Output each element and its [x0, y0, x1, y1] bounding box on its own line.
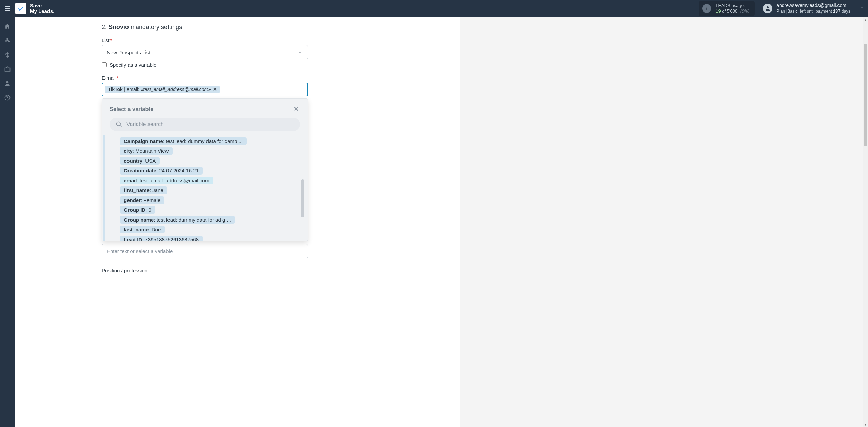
variable-item[interactable]: first_name: Jane — [120, 186, 297, 194]
nav-briefcase-icon[interactable] — [0, 63, 15, 75]
account-caret-icon[interactable] — [859, 5, 865, 12]
content-wrap: 2. Snovio mandatory settings List* New P… — [15, 17, 868, 427]
step-name: Snovio — [108, 24, 129, 30]
variable-chip-key: Group name — [124, 217, 154, 223]
variable-chip-value: : 7395188752613687568 — [142, 237, 199, 241]
variable-item[interactable]: email: test_email_address@mail.com — [120, 177, 297, 184]
email-token-input[interactable]: TikTok | email: «test_email_address@mail… — [102, 83, 308, 96]
variable-chip-key: last_name — [124, 227, 149, 232]
check-icon — [17, 5, 24, 12]
content-panel: 2. Snovio mandatory settings List* New P… — [15, 17, 460, 427]
menu-toggle-button[interactable] — [3, 5, 12, 12]
brand-line2: My Leads. — [30, 8, 55, 14]
leads-usage-label: LEADS usage: — [716, 3, 749, 8]
step-rest: mandatory settings — [129, 24, 182, 30]
close-icon[interactable]: ✕ — [292, 104, 300, 114]
variable-scrollbar[interactable] — [301, 135, 305, 241]
token-remove-icon[interactable]: ✕ — [213, 87, 217, 92]
list-selected-value: New Prospects List — [107, 49, 150, 55]
variable-chip-value: : Doe — [149, 227, 161, 232]
nav-help-icon[interactable] — [0, 92, 15, 104]
variable-chip-key: gender — [124, 197, 141, 203]
token-value: «test_email_address@mail.com» — [141, 87, 211, 92]
variable-chip[interactable]: last_name: Doe — [120, 226, 165, 233]
variable-chip[interactable]: Group ID: 0 — [120, 206, 155, 214]
variable-chip-value: : 0 — [145, 207, 151, 213]
topbar: Save My Leads. i LEADS usage: 19 of 5'00… — [0, 0, 868, 17]
variable-chip-key: country — [124, 158, 142, 164]
variable-list-wrap: Campaign name: test lead: dummy data for… — [102, 135, 308, 241]
browser-scrollbar[interactable]: ▴ ▾ — [863, 17, 868, 427]
scroll-down-icon[interactable]: ▾ — [863, 422, 868, 427]
variable-list[interactable]: Campaign name: test lead: dummy data for… — [103, 135, 297, 241]
leads-usage-row: 19 of 5'000 (0%) — [716, 8, 749, 14]
token-sep: | — [124, 87, 125, 92]
app-logo — [15, 3, 26, 14]
variable-item[interactable]: country: USA — [120, 157, 297, 165]
account-days-num: 137 — [833, 9, 840, 14]
variable-chip[interactable]: city: Mountain View — [120, 147, 173, 155]
variable-chip[interactable]: Group name: test lead: dummy data for ad… — [120, 216, 235, 224]
account-email: andrewsavemyleads@gmail.com — [776, 3, 850, 9]
variable-item[interactable]: gender: Female — [120, 196, 297, 204]
variable-dropdown: Select a variable ✕ Campaign name: test … — [102, 98, 308, 241]
variable-scroll-thumb[interactable] — [301, 179, 304, 217]
variable-item[interactable]: Lead ID: 7395188752613687568 — [120, 236, 297, 241]
list-label: List* — [102, 38, 308, 43]
content-inner: 2. Snovio mandatory settings List* New P… — [102, 24, 308, 273]
variable-item[interactable]: Group ID: 0 — [120, 206, 297, 214]
search-icon — [116, 121, 122, 128]
variable-chip-value: : Jane — [150, 187, 163, 193]
variable-chip[interactable]: country: USA — [120, 157, 160, 165]
variable-item[interactable]: last_name: Doe — [120, 226, 297, 233]
variable-item[interactable]: Group name: test lead: dummy data for ad… — [120, 216, 297, 224]
variable-chip[interactable]: Campaign name: test lead: dummy data for… — [120, 137, 247, 145]
nav-connections-icon[interactable] — [0, 35, 15, 47]
variable-chip[interactable]: Creation date: 24.07.2024 16:21 — [120, 167, 203, 175]
variable-chip-value: : 24.07.2024 16:21 — [156, 168, 199, 174]
variable-chip-key: city — [124, 148, 133, 154]
specify-as-variable-row[interactable]: Specify as a variable — [102, 62, 308, 68]
variable-chip[interactable]: first_name: Jane — [120, 186, 167, 194]
specify-as-variable-checkbox[interactable] — [102, 62, 107, 67]
brand-line1: Save — [30, 3, 55, 8]
scroll-thumb[interactable] — [864, 44, 867, 146]
account-text: andrewsavemyleads@gmail.com Plan |Basic|… — [776, 3, 850, 14]
variable-search[interactable] — [110, 118, 300, 131]
variable-item[interactable]: Campaign name: test lead: dummy data for… — [120, 137, 297, 145]
required-star: * — [110, 38, 112, 43]
variable-dropdown-title: Select a variable — [110, 106, 153, 113]
first-name-input[interactable] — [102, 244, 308, 258]
leads-quota: 5'000 — [727, 8, 737, 14]
app-brand: Save My Leads. — [30, 3, 55, 14]
variable-item[interactable]: city: Mountain View — [120, 147, 297, 155]
list-select[interactable]: New Prospects List — [102, 45, 308, 59]
variable-search-input[interactable] — [126, 121, 294, 127]
account-days-word: days — [840, 9, 850, 14]
nav-account-icon[interactable] — [0, 77, 15, 89]
variable-chip-key: Campaign name — [124, 138, 163, 144]
variable-chip-value: : Mountain View — [133, 148, 169, 154]
token-key: email: — [126, 87, 139, 92]
variable-chip-value: : USA — [142, 158, 156, 164]
leads-pct: (0%) — [740, 8, 749, 14]
email-token[interactable]: TikTok | email: «test_email_address@mail… — [105, 86, 220, 93]
leads-usage-widget[interactable]: i LEADS usage: 19 of 5'000 (0%) — [699, 1, 755, 16]
variable-chip-value: : test lead: dummy data for camp ... — [163, 138, 243, 144]
nav-billing-icon[interactable] — [0, 49, 15, 61]
variable-chip-value: : Female — [141, 197, 160, 203]
variable-chip-value: : test_email_address@mail.com — [137, 178, 209, 183]
email-label: E-mail* — [102, 75, 308, 81]
sidebar — [0, 17, 15, 427]
section-title: 2. Snovio mandatory settings — [102, 24, 308, 31]
variable-chip-key: Lead ID — [124, 237, 142, 241]
variable-chip[interactable]: gender: Female — [120, 196, 164, 204]
nav-home-icon[interactable] — [0, 20, 15, 33]
variable-chip-key: Creation date — [124, 168, 156, 174]
position-label: Position / profession — [102, 268, 308, 273]
account-area[interactable]: andrewsavemyleads@gmail.com Plan |Basic|… — [763, 3, 865, 14]
scroll-up-icon[interactable]: ▴ — [863, 17, 868, 22]
variable-item[interactable]: Creation date: 24.07.2024 16:21 — [120, 167, 297, 175]
variable-chip[interactable]: email: test_email_address@mail.com — [120, 177, 213, 184]
variable-chip[interactable]: Lead ID: 7395188752613687568 — [120, 236, 203, 241]
